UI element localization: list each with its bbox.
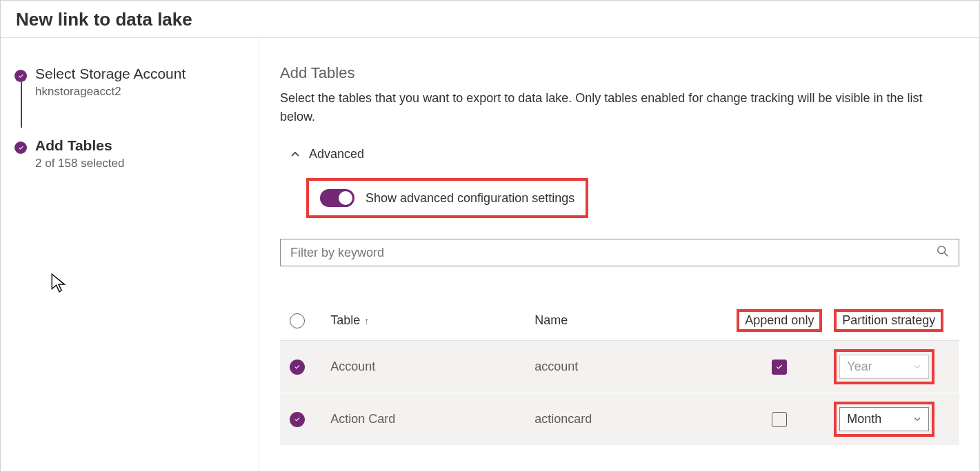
append-only-checkbox[interactable] — [772, 360, 787, 375]
page-title: New link to data lake — [16, 9, 964, 30]
table-row[interactable]: Action Card actioncard Month — [280, 393, 959, 446]
main-panel: Add Tables Select the tables that you wa… — [259, 38, 979, 472]
sort-asc-icon: ↑ — [364, 315, 369, 326]
filter-keyword-input[interactable] — [290, 246, 937, 260]
section-title: Add Tables — [280, 64, 967, 82]
section-description: Select the tables that you want to expor… — [280, 89, 956, 126]
wizard-sidebar: Select Storage Account hknstorageacct2 A… — [1, 38, 259, 472]
partition-strategy-dropdown[interactable]: Month — [839, 407, 929, 431]
step-connector — [21, 82, 22, 128]
row-select-checkbox[interactable] — [290, 360, 305, 375]
show-advanced-toggle[interactable] — [320, 189, 354, 207]
row-select-checkbox[interactable] — [290, 412, 305, 427]
step-add-tables[interactable]: Add Tables 2 of 158 selected — [14, 137, 245, 170]
column-header-table-label: Table — [330, 313, 360, 328]
step-subtitle: 2 of 158 selected — [35, 157, 124, 170]
column-header-table[interactable]: Table↑ — [330, 313, 534, 328]
check-icon — [14, 70, 27, 82]
cursor-icon — [50, 273, 68, 296]
partition-strategy-dropdown[interactable]: Year — [839, 355, 929, 379]
column-header-name[interactable]: Name — [534, 313, 725, 328]
check-icon — [14, 141, 27, 154]
tables-grid: Table↑ Name Append only Partition strate… — [280, 301, 959, 446]
highlight-partition-dd: Year — [834, 349, 934, 384]
show-advanced-toggle-label: Show advanced configuration settings — [366, 191, 574, 206]
table-row[interactable]: Account account Year — [280, 341, 959, 393]
advanced-toggle-header[interactable]: Advanced — [290, 147, 967, 161]
search-icon — [937, 245, 949, 260]
highlight-append-header: Append only — [737, 309, 822, 332]
highlight-partition-header: Partition strategy — [834, 309, 943, 332]
partition-value: Year — [847, 360, 872, 374]
cell-name: account — [534, 360, 725, 374]
append-only-checkbox[interactable] — [772, 412, 787, 427]
column-header-partition[interactable]: Partition strategy — [834, 309, 950, 332]
chevron-up-icon — [290, 149, 301, 160]
column-header-append[interactable]: Append only — [725, 309, 834, 332]
step-select-storage[interactable]: Select Storage Account hknstorageacct2 — [14, 66, 245, 99]
highlight-partition-dd: Month — [834, 402, 934, 437]
step-title: Add Tables — [35, 137, 124, 154]
svg-point-0 — [938, 246, 946, 254]
filter-keyword-input-wrapper[interactable] — [280, 239, 959, 266]
step-subtitle: hknstorageacct2 — [35, 85, 186, 99]
cell-table: Account — [330, 360, 534, 374]
advanced-label: Advanced — [309, 147, 364, 161]
page-header: New link to data lake — [1, 1, 979, 38]
step-title: Select Storage Account — [35, 66, 186, 82]
cell-table: Action Card — [330, 412, 534, 426]
partition-value: Month — [847, 412, 881, 426]
table-header: Table↑ Name Append only Partition strate… — [280, 301, 959, 341]
cell-name: actioncard — [534, 412, 725, 426]
chevron-down-icon — [913, 360, 921, 374]
chevron-down-icon — [913, 412, 921, 426]
select-all-checkbox[interactable] — [290, 313, 305, 328]
highlight-advanced-toggle: Show advanced configuration settings — [306, 178, 588, 218]
